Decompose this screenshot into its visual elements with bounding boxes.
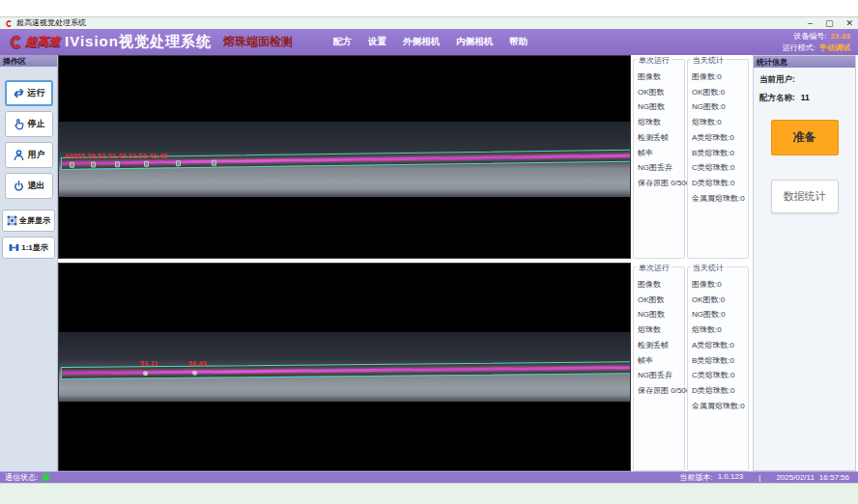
brand-swirl-icon xyxy=(8,34,23,51)
stat-row: A类熔珠数:0 xyxy=(692,130,748,146)
stat-row: NG图数 xyxy=(638,99,684,115)
one-to-one-button-label: 1:1显示 xyxy=(21,242,48,253)
detection-marker xyxy=(70,162,74,168)
menu-item[interactable]: 设置 xyxy=(368,36,386,48)
status-date: 2025/02/11 xyxy=(776,473,814,482)
stat-row: 金属屑熔珠数:0 xyxy=(692,191,748,207)
current-user-row: 当前用户: xyxy=(759,74,849,86)
detection-marker xyxy=(192,371,197,376)
measurement-annotation: 44005 39.83 41.49 31.53 41.49 xyxy=(65,153,167,159)
window-controls: – ▢ ✕ xyxy=(808,18,853,28)
user-button[interactable]: 用户 xyxy=(5,142,53,168)
device-number-value: 22-33 xyxy=(831,32,850,41)
one-to-one-button[interactable]: 1:1显示 xyxy=(2,237,55,259)
stat-row: NG图数:0 xyxy=(692,307,748,322)
app-subtitle: 熔珠端面检测 xyxy=(223,34,293,50)
prepare-button[interactable]: 准备 xyxy=(771,120,839,155)
status-right: 当前版本: 1.0.123 | 2025/02/11 16:57:56 xyxy=(679,472,853,483)
run-mode-row: 运行模式:手动调试 xyxy=(783,42,850,53)
inner-camera-viewport[interactable]: 53.11 56.43 xyxy=(58,263,631,471)
grid-icon xyxy=(7,215,17,226)
run-button-label: 运行 xyxy=(28,87,45,99)
today-stats-group: 当天统计 图像数:0OK图数:0NG图数:0熔珠数:0A类熔珠数:0B类熔珠数:… xyxy=(687,59,749,259)
user-button-label: 用户 xyxy=(28,149,45,161)
stop-button-label: 停止 xyxy=(28,118,45,130)
close-icon[interactable]: ✕ xyxy=(845,18,853,28)
recipe-name-row: 配方名称:11 xyxy=(759,93,849,104)
statistics-info-panel: 统计信息 当前用户: 配方名称:11 准备 数据统计 xyxy=(753,55,856,471)
stat-row: D类熔珠数:0 xyxy=(692,383,748,399)
titlebar: 超高速视觉处理系统 – ▢ ✕ xyxy=(0,17,858,29)
run-mode-label: 运行模式: xyxy=(783,43,815,52)
single-run-group: 单次运行 图像数OK图数NG图数熔珠数检测丢帧帧率NG图丢弃保存原图 0/500 xyxy=(633,266,685,471)
today-stats-group: 当天统计 图像数:0OK图数:0NG图数:0熔珠数:0A类熔珠数:0B类熔珠数:… xyxy=(687,266,749,471)
status-bar: 通信状态: 当前版本: 1.0.123 | 2025/02/11 16:57:5… xyxy=(0,471,858,483)
power-icon xyxy=(13,180,25,192)
stat-row: 检测丢帧 xyxy=(638,130,684,146)
stat-row: 图像数 xyxy=(638,70,684,85)
stat-row: NG图数 xyxy=(638,307,684,322)
desktop-background xyxy=(0,483,858,504)
measurement-annotation: 56.43 xyxy=(188,360,207,367)
recipe-name-label: 配方名称: xyxy=(759,93,795,102)
detection-marker xyxy=(115,161,120,167)
fullscreen-button-label: 全屏显示 xyxy=(19,215,50,226)
stat-row: OK图数 xyxy=(638,85,684,100)
detection-marker xyxy=(91,161,96,167)
camera-viewports: 44005 39.83 41.49 31.53 41.49 53.11 56.4… xyxy=(58,55,631,471)
info-panel-body: 当前用户: 配方名称:11 准备 数据统计 xyxy=(754,68,855,220)
sidebar-title: 操作区 xyxy=(0,55,57,67)
window-title: 超高速视觉处理系统 xyxy=(16,17,86,29)
stat-row: OK图数:0 xyxy=(692,293,748,308)
stat-row: 图像数:0 xyxy=(692,70,748,85)
exit-button[interactable]: 退出 xyxy=(5,173,53,199)
detection-marker xyxy=(176,160,181,166)
run-button[interactable]: 运行 xyxy=(5,80,53,106)
stat-row: OK图数:0 xyxy=(692,85,748,100)
stat-row: 图像数:0 xyxy=(692,277,748,293)
single-run-rows: 图像数OK图数NG图数熔珠数检测丢帧帧率NG图丢弃保存原图 0/500 xyxy=(638,70,684,191)
app-logo-icon xyxy=(5,19,13,28)
outer-camera-stats: 单次运行 图像数OK图数NG图数熔珠数检测丢帧帧率NG图丢弃保存原图 0/500… xyxy=(633,55,751,259)
minimize-icon[interactable]: – xyxy=(808,18,813,28)
app-header: 超高速 IVision视觉处理系统 熔珠端面检测 配方设置外侧相机内侧相机帮助 … xyxy=(0,29,858,55)
menu-item[interactable]: 内侧相机 xyxy=(456,36,493,48)
comm-status-label: 通信状态: xyxy=(5,472,38,483)
menu-item[interactable]: 配方 xyxy=(333,36,352,48)
sync-icon xyxy=(13,87,25,99)
detection-marker xyxy=(144,161,149,167)
stat-row: 保存原图 0/500 xyxy=(638,383,684,399)
single-run-group: 单次运行 图像数OK图数NG图数熔珠数检测丢帧帧率NG图丢弃保存原图 0/500 xyxy=(633,59,685,259)
status-separator: | xyxy=(758,473,760,482)
version-label: 当前版本: xyxy=(679,472,712,483)
stat-row: 熔珠数:0 xyxy=(692,322,748,338)
single-run-rows: 图像数OK图数NG图数熔珠数检测丢帧帧率NG图丢弃保存原图 0/500 xyxy=(638,277,684,399)
stat-row: A类熔珠数:0 xyxy=(692,338,748,353)
exit-button-label: 退出 xyxy=(28,180,45,192)
fullscreen-button[interactable]: 全屏显示 xyxy=(2,210,55,232)
data-statistics-button[interactable]: 数据统计 xyxy=(771,180,839,213)
stat-row: B类熔珠数:0 xyxy=(692,146,748,161)
stat-row: 熔珠数 xyxy=(638,115,684,130)
today-stats-rows: 图像数:0OK图数:0NG图数:0熔珠数:0A类熔珠数:0B类熔珠数:0C类熔珠… xyxy=(692,277,748,413)
stat-row: NG图丢弃 xyxy=(638,368,684,383)
stop-button[interactable]: 停止 xyxy=(5,111,53,137)
hand-icon xyxy=(13,118,25,130)
single-run-title: 单次运行 xyxy=(637,55,672,66)
stat-row: 保存原图 0/500 xyxy=(638,176,684,191)
stat-row: OK图数 xyxy=(638,293,684,308)
today-stats-rows: 图像数:0OK图数:0NG图数:0熔珠数:0A类熔珠数:0B类熔珠数:0C类熔珠… xyxy=(692,70,748,206)
app-title: IVision视觉处理系统 xyxy=(65,33,212,51)
outer-camera-viewport[interactable]: 44005 39.83 41.49 31.53 41.49 xyxy=(58,55,631,259)
detection-marker xyxy=(143,371,148,376)
menu-item[interactable]: 外侧相机 xyxy=(403,36,440,48)
user-icon xyxy=(13,149,25,161)
stat-row: 熔珠数 xyxy=(638,322,684,338)
stat-row: NG图丢弃 xyxy=(638,160,684,176)
maximize-icon[interactable]: ▢ xyxy=(825,18,834,28)
menu-item[interactable]: 帮助 xyxy=(509,36,528,48)
main-content: 操作区 运行 停止 用户 退出 xyxy=(0,55,858,471)
today-stats-title: 当天统计 xyxy=(691,263,726,273)
comm-status-indicator xyxy=(43,474,49,481)
stat-row: C类熔珠数:0 xyxy=(692,160,748,176)
